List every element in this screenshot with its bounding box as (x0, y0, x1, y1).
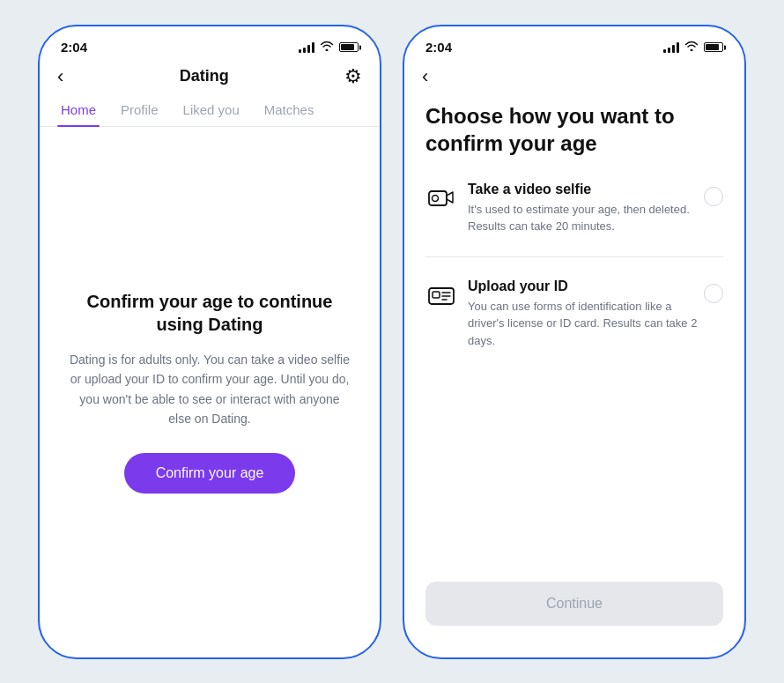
choose-method-title: Choose how you want to confirm your age (425, 102, 723, 157)
upload-id-icon (425, 280, 457, 312)
status-icons-left (299, 41, 359, 54)
right-phone: 2:04 ‹ Choose how you want to confirm yo… (403, 25, 746, 659)
header-title-left: Dating (180, 67, 229, 85)
tab-home[interactable]: Home (57, 95, 100, 126)
status-icons-right (663, 41, 723, 54)
video-selfie-desc: It's used to estimate your age, then del… (468, 201, 704, 235)
options-divider (425, 256, 723, 257)
battery-icon-right (704, 42, 723, 52)
tab-matches[interactable]: Matches (261, 95, 318, 126)
upload-id-label: Upload your ID (468, 278, 704, 294)
left-phone: 2:04 ‹ Dating ⚙ Home Profile Liked (38, 25, 381, 659)
tab-liked-you[interactable]: Liked you (180, 95, 243, 126)
continue-button[interactable]: Continue (425, 582, 723, 626)
video-selfie-radio[interactable] (704, 187, 723, 206)
right-main-content: Choose how you want to confirm your age … (404, 88, 744, 657)
svg-point-1 (433, 195, 439, 201)
option-video-selfie[interactable]: Take a video selfie It's used to estimat… (425, 182, 723, 235)
left-main-content: Confirm your age to continue using Datin… (40, 127, 380, 657)
svg-rect-3 (433, 292, 440, 298)
video-selfie-label: Take a video selfie (468, 182, 704, 197)
signal-icon (299, 42, 314, 53)
upload-id-radio[interactable] (704, 284, 723, 303)
status-bar-right: 2:04 (404, 26, 744, 62)
content-spacer (425, 370, 723, 581)
upload-id-desc: You can use forms of identification like… (468, 298, 704, 350)
confirm-age-body: Dating is for adults only. You can take … (68, 350, 351, 429)
confirm-age-button[interactable]: Confirm your age (124, 453, 296, 494)
confirm-age-title: Confirm your age to continue using Datin… (68, 290, 351, 336)
status-time-left: 2:04 (61, 40, 87, 55)
tabs-bar: Home Profile Liked you Matches (40, 95, 380, 127)
tab-profile[interactable]: Profile (117, 95, 162, 126)
back-button-left[interactable]: ‹ (57, 65, 63, 88)
wifi-icon (320, 41, 334, 54)
phone-header-left: ‹ Dating ⚙ (40, 62, 380, 95)
right-header: ‹ (404, 62, 744, 88)
battery-icon (339, 42, 359, 52)
option-upload-id[interactable]: Upload your ID You can use forms of iden… (425, 278, 723, 350)
back-button-right[interactable]: ‹ (422, 65, 428, 87)
settings-icon[interactable]: ⚙ (344, 65, 362, 88)
signal-icon-right (663, 42, 679, 53)
status-bar-left: 2:04 (40, 26, 380, 62)
video-selfie-icon (425, 183, 457, 215)
status-time-right: 2:04 (425, 40, 452, 55)
wifi-icon-right (684, 41, 699, 54)
